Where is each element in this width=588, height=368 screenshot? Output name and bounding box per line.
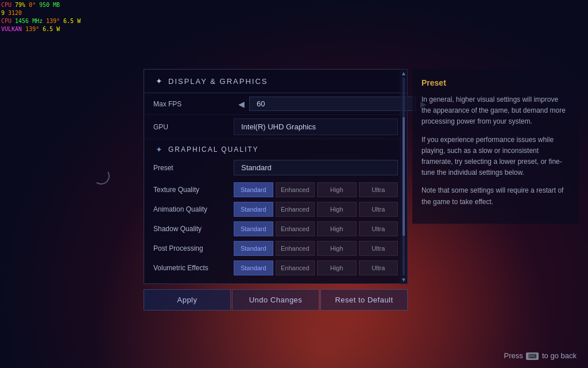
apply-button[interactable]: Apply [144, 289, 231, 310]
scroll-up-button[interactable]: ▲ [401, 70, 407, 76]
preset-value-display: Standard [234, 160, 398, 175]
quality-btn-4-high[interactable]: High [317, 260, 357, 275]
quality-btn-3-ultra[interactable]: Ultra [359, 241, 399, 256]
hud-cpu2: CPU [1, 17, 11, 25]
section-header: ✦ Graphical Quality [144, 139, 407, 158]
quality-btn-4-enhanced[interactable]: Enhanced [276, 260, 315, 275]
quality-btn-4-standard[interactable]: Standard [234, 260, 273, 275]
quality-btn-4-ultra[interactable]: Ultra [359, 260, 399, 275]
quality-btn-2-standard[interactable]: Standard [234, 221, 273, 236]
quality-row-4: Volumetric EffectsStandardEnhancedHighUl… [144, 258, 407, 278]
info-title: Preset [421, 78, 570, 87]
quality-options-0: StandardEnhancedHighUltra [234, 182, 398, 197]
quality-label-0: Texture Quality [153, 186, 234, 194]
quality-btn-2-high[interactable]: High [317, 221, 357, 236]
title-icon: ✦ [156, 76, 164, 86]
quality-options-1: StandardEnhancedHighUltra [234, 202, 398, 217]
reset-button[interactable]: Reset to Default [320, 289, 408, 310]
svg-point-0 [93, 168, 109, 184]
maxfps-row: Max FPS ◀ 60 ▶ [144, 93, 407, 115]
quality-label-1: Animation Quality [153, 205, 234, 213]
quality-btn-1-high[interactable]: High [317, 202, 357, 217]
keyboard-icon: ⌨ [526, 352, 539, 360]
go-back-suffix: to go back [542, 351, 577, 360]
loading-circle [92, 167, 110, 185]
hud-watts2: 6.5 W [42, 25, 60, 33]
quality-btn-3-enhanced[interactable]: Enhanced [276, 241, 315, 256]
quality-label-3: Post Processing [153, 244, 234, 252]
section-label-text: Graphical Quality [168, 145, 259, 154]
quality-options-3: StandardEnhancedHighUltra [234, 241, 398, 256]
quality-btn-0-enhanced[interactable]: Enhanced [276, 182, 315, 197]
quality-row-0: Texture QualityStandardEnhancedHighUltra [144, 180, 407, 200]
scrollbar-thumb [403, 117, 405, 236]
undo-button[interactable]: Undo Changes [232, 289, 319, 310]
scrollbar-track [403, 78, 405, 275]
settings-panel: ✦ Display & Graphics Max FPS ◀ 60 ▶ GPU … [144, 69, 408, 284]
quality-row-1: Animation QualityStandardEnhancedHighUlt… [144, 200, 407, 219]
quality-btn-1-enhanced[interactable]: Enhanced [276, 202, 315, 217]
action-buttons: Apply Undo Changes Reset to Default [144, 289, 408, 310]
section-icon: ✦ [156, 145, 164, 154]
scroll-down-button[interactable]: ▼ [401, 277, 407, 283]
panel-title-text: Display & Graphics [168, 77, 268, 86]
gpu-row: GPU Intel(R) UHD Graphics [144, 115, 407, 139]
quality-btn-0-ultra[interactable]: Ultra [359, 182, 399, 197]
gpu-value-display: Intel(R) UHD Graphics [234, 118, 398, 135]
quality-row-2: Shadow QualityStandardEnhancedHighUltra [144, 219, 407, 239]
quality-btn-0-high[interactable]: High [317, 182, 357, 197]
hud-cpu-label: CPU [1, 1, 11, 9]
hud-temp1: 0° [29, 1, 36, 9]
panel-title: ✦ Display & Graphics [144, 70, 407, 93]
info-text-3: Note that some settings will require a r… [421, 185, 570, 207]
hud-temp2: 139° [46, 17, 60, 25]
quality-btn-2-enhanced[interactable]: Enhanced [276, 221, 315, 236]
quality-label-2: Shadow Quality [153, 225, 234, 233]
gpu-label: GPU [153, 123, 234, 131]
quality-options-2: StandardEnhancedHighUltra [234, 221, 398, 236]
quality-label-4: Volumetric Effects [153, 264, 234, 272]
go-back-press: Press [504, 351, 523, 360]
hud-cpu-pct: 79% [15, 1, 25, 9]
info-text-2: If you experience performance issues whi… [421, 135, 570, 179]
quality-row-3: Post ProcessingStandardEnhancedHighUltra [144, 239, 407, 258]
hud-overlay: CPU 79% 0° 950 MB 9 3120 CPU 1456 MHz 13… [1, 1, 80, 33]
preset-row: Preset Standard [144, 158, 407, 180]
hud-mhz: 1456 MHz [15, 17, 42, 25]
quality-options-4: StandardEnhancedHighUltra [234, 260, 398, 275]
info-text-1: In general, higher visual settings will … [421, 94, 570, 128]
fps-value-display: 60 [249, 97, 416, 111]
hud-vulkan: VULKAN [1, 25, 22, 33]
preset-label: Preset [153, 164, 234, 172]
maxfps-label: Max FPS [153, 100, 234, 108]
quality-btn-1-standard[interactable]: Standard [234, 202, 273, 217]
quality-btn-2-ultra[interactable]: Ultra [359, 221, 399, 236]
quality-btn-3-high[interactable]: High [317, 241, 357, 256]
go-back-hint: Press ⌨ to go back [504, 351, 577, 360]
quality-btn-1-ultra[interactable]: Ultra [359, 202, 399, 217]
info-panel: Preset In general, higher visual setting… [412, 69, 579, 224]
hud-val1: 9 [1, 9, 5, 17]
fps-decrement-button[interactable]: ◀ [234, 98, 249, 110]
panel-body: ✦ Display & Graphics Max FPS ◀ 60 ▶ GPU … [144, 69, 408, 284]
quality-btn-0-standard[interactable]: Standard [234, 182, 273, 197]
hud-temp3: 139° [25, 25, 39, 33]
hud-mem: 950 MB [39, 1, 60, 9]
quality-btn-3-standard[interactable]: Standard [234, 241, 273, 256]
hud-watts1: 6.5 W [63, 17, 80, 25]
hud-val2: 3120 [8, 9, 22, 17]
quality-rows-container: Texture QualityStandardEnhancedHighUltra… [144, 180, 407, 278]
scrollbar[interactable]: ▲ ▼ [400, 69, 408, 284]
